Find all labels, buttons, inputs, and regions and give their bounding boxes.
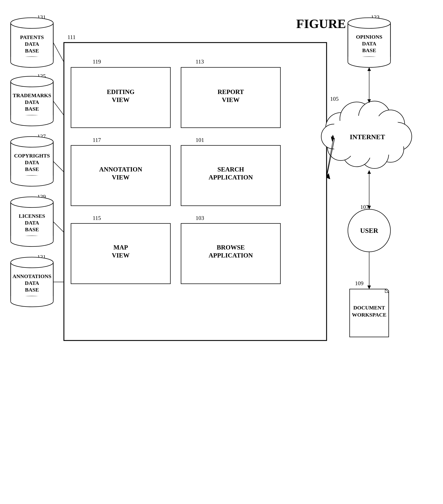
arrow-down-doc (367, 286, 371, 289)
ref-117: 117 (93, 137, 101, 143)
copyrights-db-label3: BASE (25, 166, 39, 172)
opinions-db-label3: BASE (362, 47, 376, 53)
ref-111: 111 (67, 34, 76, 40)
licenses-db-label3: BASE (25, 226, 39, 232)
annotations-db-label3: BASE (25, 287, 39, 293)
search-app-label2: APPLICATION (209, 174, 253, 181)
user-label: USER (360, 227, 378, 234)
report-view-label2: VIEW (222, 96, 240, 103)
svg-rect-12 (11, 296, 53, 302)
search-app-label: SEARCH (217, 166, 244, 173)
svg-rect-15 (348, 57, 390, 62)
trademarks-db-label: TRADEMARKS (13, 92, 51, 98)
copyrights-db-label2: DATA (25, 160, 39, 165)
trademarks-db-label2: DATA (25, 99, 39, 105)
patents-db-label3: BASE (25, 48, 39, 54)
copyrights-db-label: COPYRIGHTS (14, 153, 50, 159)
licenses-db-label2: DATA (25, 220, 39, 226)
figure-title: FIGURE 1 (296, 17, 355, 31)
ref-113: 113 (196, 58, 204, 65)
opinions-db-top (348, 18, 390, 28)
editing-view-label2: VIEW (112, 96, 130, 103)
svg-rect-0 (11, 57, 53, 62)
svg-rect-3 (11, 115, 53, 121)
patents-db-top (11, 18, 53, 28)
arrow-down-user1 (367, 170, 371, 174)
copyrights-to-main-line (53, 161, 64, 172)
trademarks-db-top (11, 76, 53, 87)
map-view-label2: VIEW (112, 252, 130, 259)
patents-db-label2: DATA (25, 41, 39, 47)
svg-rect-9 (11, 236, 53, 242)
svg-rect-6 (11, 176, 53, 181)
annotation-view-label: ANNOTATION (99, 166, 142, 173)
annotations-db-top (11, 257, 53, 268)
arrow-up-opinions (367, 67, 371, 71)
ref-101: 101 (196, 137, 204, 143)
annotation-view-label2: VIEW (112, 174, 130, 181)
internet-label: INTERNET (350, 133, 385, 141)
annotations-db-label2: DATA (25, 280, 39, 286)
report-view-label: REPORT (218, 88, 244, 95)
opinions-db-label: OPINIONS (356, 34, 382, 40)
annotations-db-label: ANNOTATIONS (13, 273, 52, 279)
licenses-to-main-line (53, 222, 64, 232)
ref-119: 119 (93, 58, 101, 65)
editing-view-label: EDITING (107, 88, 135, 95)
ref-109: 109 (355, 280, 364, 287)
licenses-db-label: LICENSES (19, 213, 45, 219)
doc-workspace-label: DOCUMENT (353, 305, 385, 310)
trademarks-db-label3: BASE (25, 106, 39, 112)
ref-115: 115 (93, 215, 101, 221)
copyrights-db-top (11, 137, 53, 147)
internet-cloud: INTERNET (321, 101, 412, 168)
patents-to-main-line (53, 43, 64, 62)
ref-103: 103 (196, 215, 204, 221)
map-view-label: MAP (114, 244, 128, 251)
browse-app-label2: APPLICATION (209, 252, 253, 259)
licenses-db-top (11, 197, 53, 207)
patents-db-label: PATENTS (20, 34, 44, 40)
browse-app-label: BROWSE (217, 244, 245, 251)
ref-105: 105 (330, 96, 339, 102)
trademarks-to-main-line (53, 101, 64, 115)
opinions-db-label2: DATA (362, 41, 376, 46)
doc-workspace-label2: WORKSPACE (352, 312, 386, 318)
